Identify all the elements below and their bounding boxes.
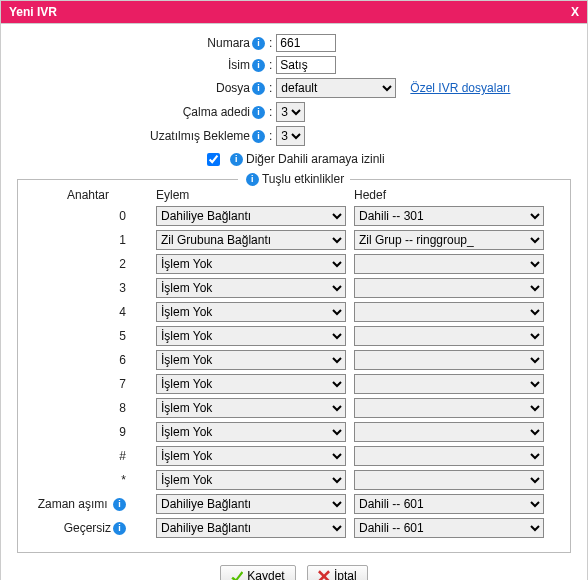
label-gecersiz: Geçersizi (28, 521, 148, 535)
label-uzatilmis: Uzatılmış Beklemei (17, 129, 267, 143)
key-row: 5İşlem Yok (28, 326, 560, 346)
key-row: 0Dahiliye BağlantıDahili -- 301 (28, 206, 560, 226)
key-target-select[interactable] (354, 398, 544, 418)
label-isim: İsimi (17, 58, 267, 72)
titlebar: Yeni IVR X (1, 1, 587, 24)
numara-input[interactable] (276, 34, 336, 52)
label-calma: Çalma adedii (17, 105, 267, 119)
keys-header: Anahtar Eylem Hedef (28, 188, 560, 202)
key-action-select[interactable]: İşlem Yok (156, 302, 346, 322)
key-row: 1Zil Grubuna BağlantıZil Grup -- ringgro… (28, 230, 560, 250)
key-label: 1 (28, 233, 148, 247)
dialog-title: Yeni IVR (9, 5, 57, 19)
invalid-target-select[interactable]: Dahili -- 601 (354, 518, 544, 538)
close-icon[interactable]: X (571, 5, 579, 19)
ozel-ivr-link[interactable]: Özel IVR dosyaları (410, 81, 510, 95)
invalid-row: Geçersizi Dahiliye Bağlantı Dahili -- 60… (28, 518, 560, 538)
label-diger-dahili: Diğer Dahili aramaya izinli (246, 152, 385, 166)
uzatilmis-select[interactable]: 3 (276, 126, 305, 146)
key-label: 0 (28, 209, 148, 223)
key-target-select[interactable] (354, 470, 544, 490)
info-icon[interactable]: i (252, 106, 265, 119)
key-label: 6 (28, 353, 148, 367)
info-icon[interactable]: i (113, 498, 126, 511)
key-label: 7 (28, 377, 148, 391)
save-button[interactable]: Kaydet (220, 565, 295, 580)
col-anahtar: Anahtar (28, 188, 148, 202)
key-label: * (28, 473, 148, 487)
key-action-select[interactable]: İşlem Yok (156, 422, 346, 442)
key-row: 6İşlem Yok (28, 350, 560, 370)
key-action-select[interactable]: İşlem Yok (156, 374, 346, 394)
key-target-select[interactable] (354, 278, 544, 298)
info-icon[interactable]: i (252, 82, 265, 95)
key-target-select[interactable] (354, 422, 544, 442)
key-action-select[interactable]: İşlem Yok (156, 254, 346, 274)
key-label: 4 (28, 305, 148, 319)
key-row: 2İşlem Yok (28, 254, 560, 274)
invalid-action-select[interactable]: Dahiliye Bağlantı (156, 518, 346, 538)
info-icon[interactable]: i (252, 37, 265, 50)
key-action-select[interactable]: Zil Grubuna Bağlantı (156, 230, 346, 250)
key-label: 9 (28, 425, 148, 439)
timeout-target-select[interactable]: Dahili -- 601 (354, 494, 544, 514)
key-action-select[interactable]: İşlem Yok (156, 470, 346, 490)
cancel-button[interactable]: İptal (307, 565, 368, 580)
key-action-select[interactable]: Dahiliye Bağlantı (156, 206, 346, 226)
col-hedef: Hedef (354, 188, 544, 202)
key-label: # (28, 449, 148, 463)
info-icon[interactable]: i (252, 130, 265, 143)
info-icon[interactable]: i (230, 153, 243, 166)
key-row: 4İşlem Yok (28, 302, 560, 322)
key-action-select[interactable]: İşlem Yok (156, 446, 346, 466)
timeout-row: Zaman aşımı i Dahiliye Bağlantı Dahili -… (28, 494, 560, 514)
key-label: 3 (28, 281, 148, 295)
ivr-dialog: Yeni IVR X Numarai : İsimi : Dosyai : de… (0, 0, 588, 580)
key-action-select[interactable]: İşlem Yok (156, 326, 346, 346)
col-eylem: Eylem (156, 188, 346, 202)
info-icon[interactable]: i (252, 59, 265, 72)
key-target-select[interactable] (354, 302, 544, 322)
x-icon (318, 570, 330, 580)
key-target-select[interactable]: Dahili -- 301 (354, 206, 544, 226)
label-zaman: Zaman aşımı i (28, 497, 148, 511)
key-target-select[interactable] (354, 374, 544, 394)
diger-dahili-checkbox[interactable] (207, 153, 220, 166)
key-row: 7İşlem Yok (28, 374, 560, 394)
key-target-select[interactable] (354, 254, 544, 274)
dialog-body: Numarai : İsimi : Dosyai : default Özel … (1, 24, 587, 580)
action-bar: Kaydet İptal (17, 565, 571, 580)
key-label: 5 (28, 329, 148, 343)
key-row: 8İşlem Yok (28, 398, 560, 418)
info-icon[interactable]: i (246, 173, 259, 186)
key-action-select[interactable]: İşlem Yok (156, 398, 346, 418)
key-row: 9İşlem Yok (28, 422, 560, 442)
legend-label: Tuşlu etkinlikler (262, 172, 344, 186)
key-row: *İşlem Yok (28, 470, 560, 490)
key-target-select[interactable] (354, 350, 544, 370)
isim-input[interactable] (276, 56, 336, 74)
label-dosya: Dosyai (17, 81, 267, 95)
timeout-action-select[interactable]: Dahiliye Bağlantı (156, 494, 346, 514)
keys-fieldset: i Tuşlu etkinlikler Anahtar Eylem Hedef … (17, 179, 571, 553)
key-target-select[interactable] (354, 326, 544, 346)
key-row: #İşlem Yok (28, 446, 560, 466)
key-action-select[interactable]: İşlem Yok (156, 350, 346, 370)
key-label: 8 (28, 401, 148, 415)
check-icon (231, 570, 243, 580)
key-row: 3İşlem Yok (28, 278, 560, 298)
label-numara: Numarai (17, 36, 267, 50)
key-target-select[interactable] (354, 446, 544, 466)
key-label: 2 (28, 257, 148, 271)
info-icon[interactable]: i (113, 522, 126, 535)
key-target-select[interactable]: Zil Grup -- ringgroup_ (354, 230, 544, 250)
key-action-select[interactable]: İşlem Yok (156, 278, 346, 298)
calma-select[interactable]: 3 (276, 102, 305, 122)
dosya-select[interactable]: default (276, 78, 396, 98)
